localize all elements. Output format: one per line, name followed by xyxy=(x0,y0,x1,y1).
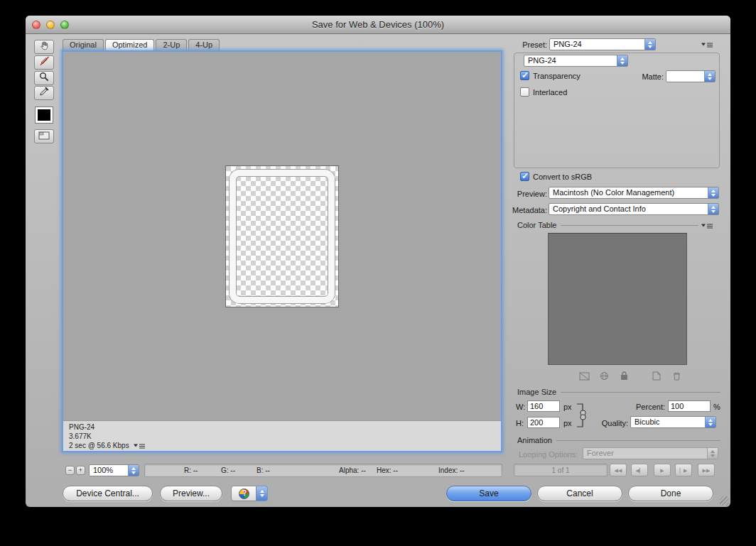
color-table-swatch-area xyxy=(548,233,687,365)
color-table-title: Color Table xyxy=(517,221,556,229)
eyedropper-icon xyxy=(39,87,49,99)
slice-select-icon xyxy=(39,56,50,69)
zoom-out-button[interactable]: − xyxy=(65,466,75,475)
interlaced-label: Interlaced xyxy=(533,88,567,97)
color-table-section-header: Color Table xyxy=(517,221,698,229)
device-central-button[interactable]: Device Central... xyxy=(63,486,153,501)
frame-counter: 1 of 1 xyxy=(514,464,608,476)
browser-select-widget[interactable] xyxy=(231,486,268,501)
map-transparency-icon[interactable] xyxy=(577,371,591,381)
format-select[interactable]: PNG-24 xyxy=(524,55,628,67)
first-frame-button[interactable]: ◀◀ xyxy=(610,464,627,476)
metadata-label: Metadata: xyxy=(503,206,547,214)
matte-stepper-icon xyxy=(704,71,715,82)
preview-select[interactable]: Macintosh (No Color Management) xyxy=(549,187,719,199)
browser-globe-icon xyxy=(239,488,249,499)
animation-rule xyxy=(556,440,720,441)
metadata-stepper-icon xyxy=(708,204,718,214)
traffic-lights xyxy=(32,21,69,29)
image-size-title: Image Size xyxy=(517,388,556,396)
web-shift-icon[interactable] xyxy=(597,371,611,381)
metadata-value: Copyright and Contact Info xyxy=(549,204,708,214)
magnifier-icon xyxy=(39,72,49,84)
optimized-preview-pane[interactable]: PNG-24 3.677K 2 sec @ 56.6 Kbps xyxy=(62,50,502,452)
readout-alpha: Alpha: -- xyxy=(339,466,366,474)
zoom-tool[interactable] xyxy=(34,71,54,85)
save-for-web-dialog: Save for Web & Devices (100%) Original O… xyxy=(26,16,730,507)
tab-4up[interactable]: 4-Up xyxy=(188,39,220,50)
download-rate-menu-icon[interactable] xyxy=(133,442,146,449)
optimize-info-panel: PNG-24 3.677K 2 sec @ 56.6 Kbps xyxy=(63,420,501,451)
previous-frame-button[interactable]: ◀▏ xyxy=(631,464,648,476)
zoom-in-button[interactable]: + xyxy=(76,466,85,475)
preview-select-value: Macintosh (No Color Management) xyxy=(549,187,708,198)
color-readout-bar: R: -- G: -- B: -- Alpha: -- Hex: -- Inde… xyxy=(144,464,502,477)
cancel-button[interactable]: Cancel xyxy=(537,486,622,501)
optimize-time-readout: 2 sec @ 56.6 Kbps xyxy=(69,441,129,450)
last-frame-button[interactable]: ▶▶ xyxy=(698,464,715,476)
width-unit: px xyxy=(563,403,572,411)
done-button[interactable]: Done xyxy=(628,486,713,501)
metadata-select[interactable]: Copyright and Contact Info xyxy=(549,203,719,215)
image-size-rule xyxy=(561,392,720,393)
delete-color-icon[interactable] xyxy=(669,371,684,381)
animation-section-header: Animation xyxy=(517,436,720,444)
matte-label: Matte: xyxy=(638,72,664,81)
window-resize-grip[interactable] xyxy=(720,496,729,506)
swatch-color-black xyxy=(38,109,50,121)
titlebar[interactable]: Save for Web & Devices (100%) xyxy=(26,16,730,34)
readout-index: Index: -- xyxy=(438,466,465,474)
optimize-format-readout: PNG-24 xyxy=(69,422,501,432)
next-frame-button[interactable]: ▏▶ xyxy=(675,464,692,476)
quality-select[interactable]: Bicubic xyxy=(630,416,716,428)
new-color-icon[interactable] xyxy=(649,371,664,381)
quality-label: Quality: xyxy=(594,419,628,427)
optimize-menu-icon[interactable] xyxy=(701,41,713,48)
tab-original[interactable]: Original xyxy=(63,39,104,50)
interlaced-checkbox[interactable] xyxy=(520,87,529,97)
tab-2up[interactable]: 2-Up xyxy=(156,39,187,50)
browser-face xyxy=(231,486,256,501)
transparency-checkbox[interactable] xyxy=(520,71,529,80)
preset-select[interactable]: PNG-24 xyxy=(549,38,656,50)
eyedropper-tool[interactable] xyxy=(34,86,54,100)
tab-optimized[interactable]: Optimized xyxy=(105,39,155,50)
zoom-level-select[interactable]: 100% xyxy=(89,464,139,476)
convert-srgb-checkbox[interactable] xyxy=(520,172,529,181)
transparency-label: Transparency xyxy=(533,72,580,80)
looping-stepper-icon xyxy=(707,448,718,459)
format-stepper-icon xyxy=(617,55,627,66)
readout-b: B: -- xyxy=(256,466,270,474)
looping-options-select[interactable]: Forever xyxy=(583,447,718,459)
looping-options-value: Forever xyxy=(583,448,707,459)
save-button[interactable]: Save xyxy=(446,486,531,501)
matte-select[interactable] xyxy=(666,70,716,82)
optimized-image[interactable] xyxy=(225,165,339,307)
minimize-button[interactable] xyxy=(46,21,55,29)
color-table-menu-icon[interactable] xyxy=(701,222,713,229)
percent-unit: % xyxy=(713,403,720,411)
quality-value: Bicubic xyxy=(631,417,705,427)
hand-tool[interactable] xyxy=(34,40,54,54)
constrain-proportions-chain-icon[interactable] xyxy=(576,402,588,432)
play-button[interactable]: ▶ xyxy=(654,464,671,476)
matte-value xyxy=(666,71,704,82)
quality-stepper-icon xyxy=(705,417,716,427)
close-button[interactable] xyxy=(32,21,40,29)
eyedropper-color-swatch[interactable] xyxy=(35,107,53,124)
browser-select-stepper-icon xyxy=(256,486,268,501)
view-tabs: Original Optimized 2-Up 4-Up xyxy=(63,39,220,50)
preview-stepper-icon xyxy=(708,187,718,198)
percent-label: Percent: xyxy=(635,403,665,411)
height-input[interactable] xyxy=(527,417,560,428)
zoom-window-button[interactable] xyxy=(60,21,69,29)
slice-select-tool[interactable] xyxy=(34,55,54,70)
preview-canvas[interactable] xyxy=(63,52,501,420)
percent-input[interactable] xyxy=(668,400,711,412)
lock-color-icon[interactable] xyxy=(617,371,631,381)
preset-label: Preset: xyxy=(516,40,547,49)
window-title: Save for Web & Devices (100%) xyxy=(26,16,730,33)
width-input[interactable] xyxy=(527,400,560,412)
toggle-slices-visibility[interactable] xyxy=(34,129,54,143)
preview-in-browser-button[interactable]: Preview... xyxy=(160,486,222,501)
